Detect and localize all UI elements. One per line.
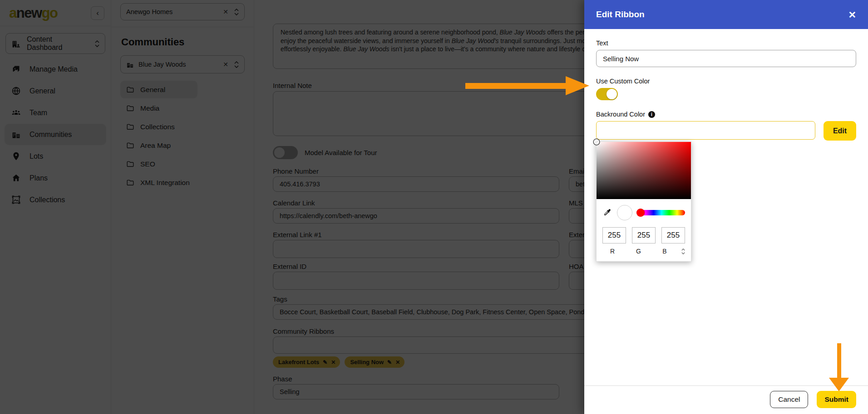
- eyedropper-icon[interactable]: [602, 208, 612, 217]
- drawer-title: Edit Ribbon: [596, 10, 645, 19]
- ribbon-text-input[interactable]: Selling Now: [596, 50, 856, 67]
- background-color-label-text: Backround Color: [596, 111, 645, 118]
- arrow-shaft: [465, 83, 566, 89]
- submit-button[interactable]: Submit: [817, 391, 856, 408]
- saturation-pointer[interactable]: [594, 139, 599, 145]
- red-label: R: [602, 248, 622, 255]
- edit-ribbon-drawer: Edit Ribbon ✕ Text Selling Now Use Custo…: [584, 0, 868, 414]
- background-color-row: Edit: [596, 121, 856, 141]
- toggle-knob: [607, 89, 617, 99]
- use-custom-color-label: Use Custom Color: [596, 78, 856, 85]
- edit-color-button[interactable]: Edit: [824, 121, 856, 141]
- text-field-label: Text: [596, 39, 856, 47]
- blue-label: B: [655, 248, 675, 255]
- drawer-footer: Cancel Submit: [584, 385, 868, 414]
- green-input[interactable]: [632, 227, 656, 244]
- green-label: G: [628, 248, 648, 255]
- info-icon[interactable]: i: [648, 111, 655, 118]
- annotation-arrow-down: [829, 343, 849, 391]
- hue-slider[interactable]: [638, 210, 685, 215]
- format-toggle-icon[interactable]: [681, 248, 685, 254]
- picker-controls: [597, 199, 691, 220]
- arrow-head: [829, 378, 849, 391]
- background-color-input[interactable]: [596, 121, 815, 140]
- hue-slider-thumb[interactable]: [636, 209, 645, 217]
- arrow-shaft: [837, 343, 841, 378]
- red-input[interactable]: [602, 227, 626, 244]
- cancel-button[interactable]: Cancel: [770, 391, 808, 408]
- annotation-arrow-right: [465, 76, 589, 95]
- ribbon-text-value: Selling Now: [603, 55, 639, 63]
- saturation-area[interactable]: [597, 142, 691, 199]
- modal-backdrop[interactable]: [0, 0, 584, 414]
- rgb-inputs: [597, 220, 691, 244]
- rgb-labels: R G B: [597, 244, 691, 261]
- background-color-label: Backround Color i: [596, 111, 856, 118]
- close-icon[interactable]: ✕: [848, 10, 856, 19]
- drawer-body: Text Selling Now Use Custom Color Backro…: [584, 39, 868, 262]
- app-window: anewgo ‹ Content Dashboard Manage Media …: [0, 0, 868, 414]
- arrow-head: [566, 76, 589, 95]
- use-custom-color-toggle[interactable]: [596, 88, 618, 100]
- current-color-swatch: [617, 205, 632, 220]
- blue-input[interactable]: [661, 227, 685, 244]
- color-picker: R G B: [596, 141, 691, 262]
- drawer-header: Edit Ribbon ✕: [584, 0, 868, 29]
